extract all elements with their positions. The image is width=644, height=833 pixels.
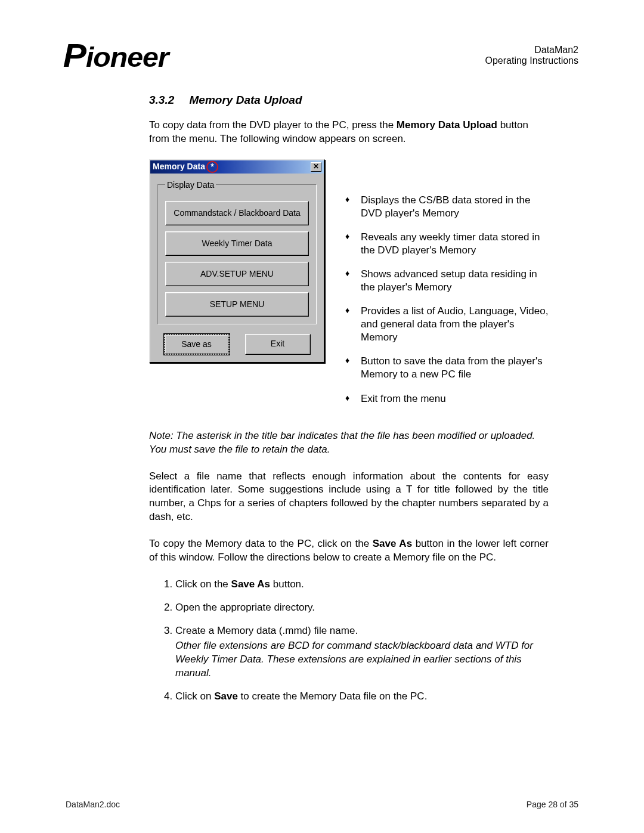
close-icon[interactable]: ✕ [311, 162, 321, 172]
setup-menu-button[interactable]: SETUP MENU [165, 292, 309, 317]
section-heading: 3.3.2 Memory Data Upload [149, 92, 549, 108]
step-sub-note: Other file extensions are BCD for comman… [175, 639, 549, 680]
save-as-button[interactable]: Save as [164, 334, 230, 355]
steps-list: Click on the Save As button. Open the ap… [149, 578, 549, 704]
note-paragraph: Note: The asterisk in the title bar indi… [149, 429, 549, 457]
page-footer: DataMan2.doc Page 28 of 35 [66, 800, 578, 809]
memory-data-dialog: Memory Data * ✕ Display Data Commandstac… [149, 159, 325, 363]
feature-item: Button to save the data from the player'… [343, 355, 549, 381]
step-item: Click on Save to create the Memory Data … [175, 690, 549, 704]
feature-list: Displays the CS/BB data stored in the DV… [343, 194, 549, 416]
feature-item: Shows advanced setup data residing in th… [343, 268, 549, 294]
doc-title: DataMan2 [485, 45, 578, 55]
dialog-titlebar: Memory Data * ✕ [150, 160, 324, 174]
saveas-paragraph: To copy the Memory data to the PC, click… [149, 537, 549, 565]
footer-page-number: Page 28 of 35 [527, 800, 578, 809]
display-data-group: Display Data Commandstack / Blackboard D… [157, 179, 317, 324]
doc-id-block: DataMan2 Operating Instructions [485, 45, 578, 66]
asterisk-icon: * [210, 161, 213, 172]
filename-paragraph: Select a file name that reflects enough … [149, 470, 549, 525]
footer-filename: DataMan2.doc [66, 800, 120, 809]
brand-logo: Pioneer [63, 36, 169, 75]
feature-item: Displays the CS/BB data stored in the DV… [343, 194, 549, 220]
intro-paragraph: To copy data from the DVD player to the … [149, 119, 549, 146]
doc-subtitle: Operating Instructions [485, 55, 578, 66]
feature-item: Reveals any weekly timer data stored in … [343, 231, 549, 257]
step-item: Click on the Save As button. [175, 578, 549, 592]
adv-setup-button[interactable]: ADV.SETUP MENU [165, 262, 309, 286]
weekly-timer-button[interactable]: Weekly Timer Data [165, 231, 309, 256]
step-item: Create a Memory data (.mmd) file name. O… [175, 624, 549, 680]
feature-item: Exit from the menu [343, 392, 549, 405]
step-item: Open the appropriate directory. [175, 601, 549, 615]
page-header: Pioneer DataMan2 Operating Instructions [66, 36, 578, 75]
section-title: Memory Data Upload [190, 94, 302, 106]
exit-button[interactable]: Exit [245, 334, 311, 355]
commandstack-blackboard-button[interactable]: Commandstack / Blackboard Data [165, 201, 309, 225]
feature-item: Provides a list of Audio, Language, Vide… [343, 305, 549, 344]
dialog-title-text: Memory Data [153, 161, 205, 172]
section-number: 3.3.2 [149, 94, 174, 106]
group-legend: Display Data [165, 179, 216, 191]
asterisk-highlight-circle: * [206, 161, 218, 173]
